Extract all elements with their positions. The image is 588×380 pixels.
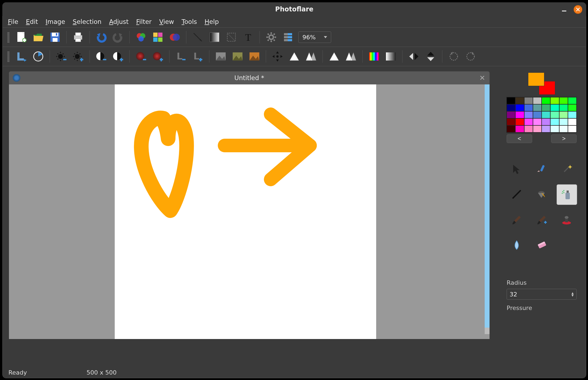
palette-color[interactable]	[559, 97, 568, 104]
palette-color[interactable]	[524, 125, 533, 132]
palette-color[interactable]	[568, 97, 577, 104]
move-icon[interactable]	[271, 50, 284, 63]
tri-w1-icon[interactable]	[288, 50, 301, 63]
undo-icon[interactable]	[95, 31, 108, 44]
palette-color[interactable]	[515, 104, 524, 111]
flip-v-icon[interactable]	[424, 50, 437, 63]
menu-edit[interactable]: Edit	[26, 18, 38, 25]
gradient-icon[interactable]	[208, 31, 221, 44]
spinner-arrows-icon[interactable]: ▲▼	[571, 292, 574, 297]
palette-color[interactable]	[568, 118, 577, 125]
gray-grad-icon[interactable]	[384, 50, 397, 63]
radius-spinner[interactable]: 32 ▲▼	[507, 289, 577, 300]
palette-color[interactable]	[568, 104, 577, 111]
canvas-viewport[interactable]	[9, 84, 490, 339]
layers-icon[interactable]	[282, 31, 295, 44]
tri-w3-icon[interactable]	[328, 50, 341, 63]
palette-color[interactable]	[550, 97, 559, 104]
thumb-warm-icon[interactable]	[248, 50, 261, 63]
line-tool-icon[interactable]	[191, 31, 204, 44]
palette-color[interactable]	[515, 125, 524, 132]
close-button[interactable]	[574, 5, 582, 14]
blend-circles-icon[interactable]	[168, 31, 181, 44]
new-file-icon[interactable]	[15, 31, 28, 44]
palette-color[interactable]	[533, 97, 542, 104]
palette-color[interactable]	[524, 118, 533, 125]
palette-color[interactable]	[550, 125, 559, 132]
print-icon[interactable]	[72, 31, 85, 44]
palette-color[interactable]	[507, 97, 515, 104]
pointer-tool-icon[interactable]	[507, 159, 527, 179]
palette-color[interactable]	[533, 104, 542, 111]
text-icon[interactable]: T	[242, 31, 255, 44]
palette-color[interactable]	[542, 125, 550, 132]
rgb-circles-icon[interactable]	[135, 31, 148, 44]
sat-dec-icon[interactable]	[135, 50, 148, 63]
palette-color[interactable]	[524, 111, 533, 118]
crop-icon[interactable]	[225, 31, 238, 44]
sat-inc-icon[interactable]	[151, 50, 164, 63]
thumb-sepia-icon[interactable]	[231, 50, 244, 63]
rainbow-icon[interactable]	[368, 50, 381, 63]
palette-color[interactable]	[559, 125, 568, 132]
palette-color[interactable]	[542, 97, 550, 104]
brush-plus-tool-icon[interactable]	[532, 210, 552, 230]
palette-color[interactable]	[542, 118, 550, 125]
palette-color[interactable]	[533, 111, 542, 118]
tri-w4-icon[interactable]	[344, 50, 357, 63]
save-file-icon[interactable]	[49, 31, 62, 44]
palette-color[interactable]	[550, 111, 559, 118]
palette-color[interactable]	[533, 118, 542, 125]
contrast-dec-icon[interactable]	[95, 50, 108, 63]
foreground-color-swatch[interactable]	[528, 72, 544, 86]
toolbar-grip[interactable]	[7, 32, 9, 43]
vertical-scrollbar[interactable]	[485, 84, 490, 334]
toolbar-grip[interactable]	[7, 51, 9, 62]
settings-gear-icon[interactable]	[265, 31, 278, 44]
tab-close-icon[interactable]: ✕	[479, 74, 485, 82]
brush-tool-icon[interactable]	[507, 210, 527, 230]
angle-icon[interactable]	[32, 50, 45, 63]
palette-color[interactable]	[533, 125, 542, 132]
document-tab[interactable]: Untitled * ✕	[9, 71, 490, 84]
menu-adjust[interactable]: Adjust	[109, 18, 129, 25]
gamma-l1-icon[interactable]: L	[174, 50, 187, 63]
palette-color[interactable]	[559, 104, 568, 111]
palette-color[interactable]	[559, 111, 568, 118]
palette-color[interactable]	[507, 111, 515, 118]
pen-tool-icon[interactable]	[532, 159, 552, 179]
palette-color[interactable]	[559, 118, 568, 125]
redo-icon[interactable]	[111, 31, 124, 44]
flip-h-icon[interactable]	[407, 50, 420, 63]
palette-color[interactable]	[507, 118, 515, 125]
palette-color[interactable]	[550, 118, 559, 125]
menu-help[interactable]: Help	[204, 18, 219, 25]
menu-view[interactable]: View	[159, 18, 174, 25]
blur-tool-icon[interactable]	[507, 235, 527, 255]
palette-color[interactable]	[568, 125, 577, 132]
palette-next-button[interactable]: >	[551, 134, 577, 143]
palette-color[interactable]	[524, 104, 533, 111]
line-tool-icon[interactable]	[507, 184, 527, 204]
palette-color[interactable]	[515, 97, 524, 104]
palette-color[interactable]	[568, 111, 577, 118]
menu-image[interactable]: Image	[46, 18, 65, 25]
palette-color[interactable]	[515, 111, 524, 118]
tri-w2-icon[interactable]	[305, 50, 318, 63]
zoom-dropdown[interactable]: 96%	[298, 31, 331, 43]
palette-color[interactable]	[542, 104, 550, 111]
open-file-icon[interactable]	[32, 31, 45, 44]
minimize-button[interactable]	[561, 6, 568, 13]
canvas[interactable]	[115, 84, 376, 339]
palette-color[interactable]	[515, 118, 524, 125]
thumb-gray-icon[interactable]	[214, 50, 227, 63]
gamma-l2-icon[interactable]: L	[191, 50, 204, 63]
palette-color[interactable]	[507, 104, 515, 111]
spray-tool-icon[interactable]	[557, 184, 577, 205]
rotate-cw-icon[interactable]	[464, 50, 477, 63]
flip-l-icon[interactable]	[15, 50, 28, 63]
palette-color[interactable]	[507, 125, 515, 132]
palette-prev-button[interactable]: <	[507, 134, 532, 143]
brightness-inc-icon[interactable]	[72, 50, 85, 63]
contrast-inc-icon[interactable]	[111, 50, 124, 63]
